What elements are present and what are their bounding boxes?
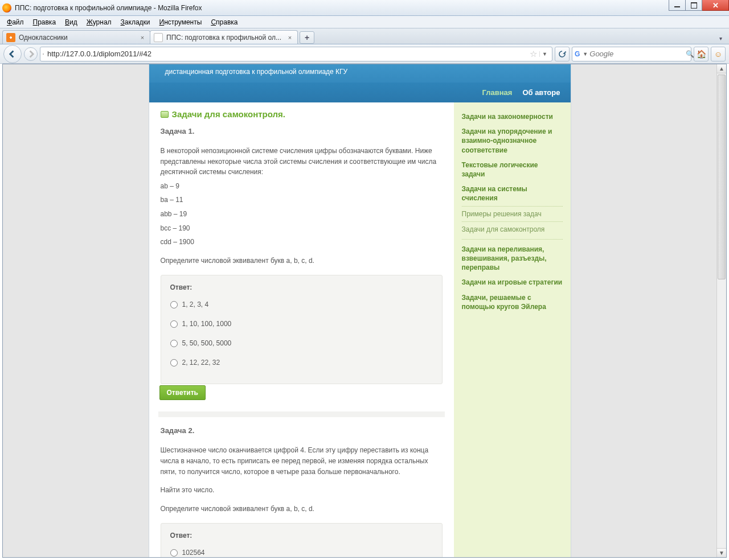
tab-bar: Одноклассники × ППС: подготовка к профил… <box>0 28 729 44</box>
nav-about[interactable]: Об авторе <box>522 88 560 97</box>
tab-overflow-button[interactable]: ▾ <box>715 33 727 44</box>
radio-input[interactable] <box>170 340 178 347</box>
sidebar-link[interactable]: Задачи на закономерности <box>462 109 563 124</box>
task1-option[interactable]: 1, 10, 100, 1000 <box>170 320 433 328</box>
tab-close-icon[interactable]: × <box>286 34 294 42</box>
search-box[interactable]: G ▼ 🔍 <box>572 47 691 61</box>
task2-text: Шестизначное число оканчивается цифрой 4… <box>161 445 443 514</box>
google-icon: G <box>575 50 580 59</box>
nav-main[interactable]: Главная <box>482 88 513 97</box>
task2-answer-box: Ответ: 102564 <box>161 523 443 557</box>
vertical-scrollbar[interactable]: ▲ ▼ <box>716 64 726 557</box>
task1-option[interactable]: 1, 2, 3, 4 <box>170 300 433 308</box>
task2-title: Задача 2. <box>161 426 443 435</box>
url-dropdown-icon[interactable]: ▼ <box>539 51 550 57</box>
task1-text: В некоторой непозиционной системе счисле… <box>161 146 443 266</box>
sidebar-link[interactable]: Задачи на переливания, взвешивания, разъ… <box>462 242 563 275</box>
search-input[interactable] <box>589 50 686 58</box>
menu-bookmarks[interactable]: Закладки <box>116 17 155 28</box>
menu-history[interactable]: Журнал <box>82 17 116 28</box>
sidebar-link[interactable]: Задачи на системы счисления <box>462 182 563 205</box>
task1-question: Определите числовой эквивалент букв a, b… <box>161 256 443 266</box>
radio-input[interactable] <box>170 301 178 308</box>
task1-intro: В некоторой непозиционной системе счисле… <box>161 146 443 178</box>
arrow-left-icon <box>9 50 17 58</box>
window-title: ППС: подготовка к профильной олимпиаде -… <box>15 4 202 12</box>
minimize-button[interactable] <box>669 0 686 11</box>
task2-option[interactable]: 102564 <box>170 549 433 557</box>
scroll-thumb[interactable] <box>718 75 726 279</box>
firefox-icon <box>2 3 11 13</box>
titlebar: ППС: подготовка к профильной олимпиаде -… <box>0 0 729 16</box>
url-bar[interactable]: ☆ ▼ <box>40 47 552 61</box>
book-icon <box>161 111 169 118</box>
sidebar-link[interactable]: Задачи на игровые стратегии <box>462 275 563 290</box>
main-column: Задачи для самоконтроля. Задача 1. В нек… <box>149 102 454 557</box>
reload-icon <box>558 50 566 58</box>
task1-line: abb – 19 <box>161 209 443 220</box>
task1-line: ba – 11 <box>161 195 443 205</box>
task1-option[interactable]: 5, 50, 500, 5000 <box>170 339 433 347</box>
new-tab-button[interactable]: + <box>300 31 314 44</box>
task2-p: Найти это число. <box>161 485 443 496</box>
task1-option[interactable]: 2, 12, 22, 32 <box>170 359 433 367</box>
forward-button[interactable] <box>24 47 38 61</box>
menu-view[interactable]: Вид <box>60 17 82 28</box>
page-wrap: дистанционная подготовка к профильной ол… <box>3 64 716 557</box>
sidebar-sublink[interactable]: Задачи для самоконтроля <box>462 221 563 237</box>
bookmark-star-icon[interactable]: ☆ <box>530 49 537 59</box>
back-button[interactable] <box>3 45 22 63</box>
sidebar-link[interactable]: Задачи, решаемые с помощью кругов Эйлера <box>462 290 563 314</box>
url-input[interactable] <box>47 50 527 58</box>
task2-p: Шестизначное число оканчивается цифрой 4… <box>161 445 443 477</box>
addon-button[interactable]: ☺ <box>711 47 726 61</box>
task1-line: bcc – 190 <box>161 223 443 234</box>
top-nav: Главная Об авторе <box>149 83 571 102</box>
nav-toolbar: ☆ ▼ G ▼ 🔍 🏠 ☺ <box>0 44 729 64</box>
task1-line: ab – 9 <box>161 181 443 192</box>
tab-label: ППС: подготовка к профильной ол... <box>166 34 281 42</box>
page-icon <box>43 53 44 55</box>
menubar: Файл Правка Вид Журнал Закладки Инструме… <box>0 16 729 28</box>
menu-help[interactable]: Справка <box>206 17 242 28</box>
radio-input[interactable] <box>170 320 178 328</box>
search-engine-dropdown-icon[interactable]: ▼ <box>581 51 589 57</box>
sidebar-link[interactable]: Текстовые логические задачи <box>462 158 563 182</box>
tab-odnoklassniki[interactable]: Одноклассники × <box>2 30 150 44</box>
task-divider <box>158 411 445 417</box>
heading-text: Задачи для самоконтроля. <box>172 109 286 119</box>
menu-edit[interactable]: Правка <box>28 17 61 28</box>
content-viewport: дистанционная подготовка к профильной ол… <box>2 64 727 558</box>
scroll-up-arrow-icon[interactable]: ▲ <box>716 64 727 73</box>
option-text: 1, 2, 3, 4 <box>182 300 209 308</box>
task1-title: Задача 1. <box>161 127 443 135</box>
maximize-button[interactable] <box>685 0 702 11</box>
task1-answer-box: Ответ: 1, 2, 3, 4 1, 10, 100, 1000 5, 50… <box>161 275 443 384</box>
sidebar-sublink[interactable]: Примеры решения задач <box>462 206 563 221</box>
reload-button[interactable] <box>555 47 570 61</box>
site-body: Задачи для самоконтроля. Задача 1. В нек… <box>149 102 571 557</box>
task1-line: cdd – 1900 <box>161 237 443 248</box>
option-text: 1, 10, 100, 1000 <box>182 320 232 328</box>
submit-button[interactable]: Ответить <box>159 385 206 400</box>
page-icon <box>154 33 163 42</box>
answer-label: Ответ: <box>170 283 433 291</box>
option-text: 5, 50, 500, 5000 <box>182 339 232 347</box>
page-heading: Задачи для самоконтроля. <box>161 109 443 119</box>
close-button[interactable] <box>702 0 729 11</box>
radio-input[interactable] <box>170 359 178 367</box>
menu-tools[interactable]: Инструменты <box>155 17 207 28</box>
menu-file[interactable]: Файл <box>2 17 28 28</box>
tab-close-icon[interactable]: × <box>138 34 146 42</box>
site-header: дистанционная подготовка к профильной ол… <box>149 64 571 102</box>
sidebar-link[interactable]: Задачи на упорядочение и взаимно-однозна… <box>462 124 563 158</box>
answer-label: Ответ: <box>170 532 433 540</box>
tab-pps[interactable]: ППС: подготовка к профильной ол... × <box>150 30 298 44</box>
task2-p: Определите числовой эквивалент букв a, b… <box>161 504 443 514</box>
radio-input[interactable] <box>170 549 178 557</box>
window-buttons <box>669 0 729 11</box>
option-text: 102564 <box>182 549 205 557</box>
scroll-down-arrow-icon[interactable]: ▼ <box>716 548 727 558</box>
tab-label: Одноклассники <box>19 34 68 42</box>
home-button[interactable]: 🏠 <box>694 47 708 61</box>
